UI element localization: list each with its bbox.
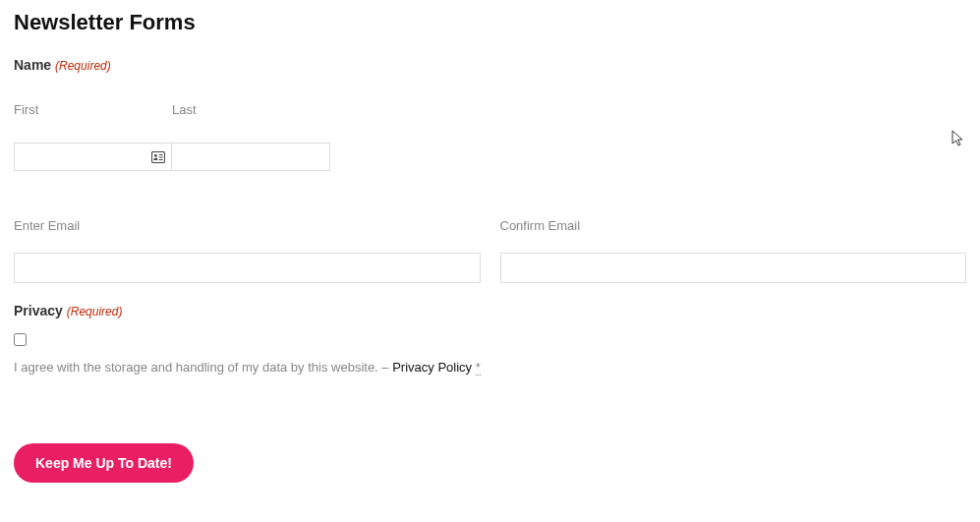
page-title: Newsletter Forms bbox=[14, 10, 966, 35]
name-inputs-container bbox=[14, 143, 330, 171]
privacy-section: Privacy (Required) I agree with the stor… bbox=[14, 303, 966, 375]
privacy-group-label: Privacy (Required) bbox=[14, 303, 966, 319]
privacy-required-text: (Required) bbox=[67, 305, 123, 319]
name-label-text: Name bbox=[14, 57, 51, 73]
enter-email-input[interactable] bbox=[14, 253, 481, 283]
name-group-label: Name (Required) bbox=[14, 57, 966, 73]
submit-button[interactable]: Keep Me Up To Date! bbox=[14, 443, 194, 483]
confirm-email-input[interactable] bbox=[500, 253, 967, 283]
privacy-label-text: Privacy bbox=[14, 303, 63, 319]
name-sublabel-row: First Last bbox=[14, 102, 966, 133]
privacy-consent-row: I agree with the storage and handling of… bbox=[14, 360, 966, 375]
enter-email-label: Enter Email bbox=[14, 218, 481, 233]
cursor-icon bbox=[951, 130, 964, 147]
name-required-text: (Required) bbox=[55, 59, 111, 73]
first-name-input[interactable] bbox=[15, 144, 171, 170]
email-row: Enter Email Confirm Email bbox=[14, 218, 966, 283]
privacy-consent-text: I agree with the storage and handling of… bbox=[14, 360, 389, 375]
first-name-label: First bbox=[14, 102, 172, 117]
last-name-input[interactable] bbox=[172, 144, 329, 170]
privacy-checkbox[interactable] bbox=[14, 333, 27, 346]
last-name-label: Last bbox=[172, 102, 330, 117]
privacy-asterisk: * bbox=[476, 360, 481, 376]
privacy-policy-link[interactable]: Privacy Policy bbox=[392, 360, 472, 375]
confirm-email-label: Confirm Email bbox=[500, 218, 967, 233]
